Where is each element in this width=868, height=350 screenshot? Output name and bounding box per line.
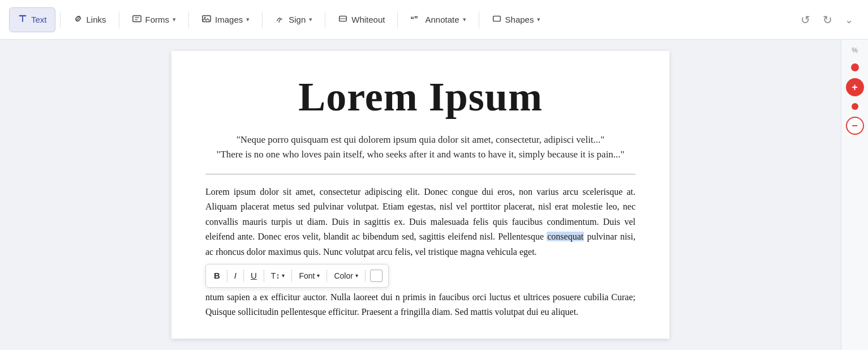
font-family-label: Font bbox=[299, 271, 315, 280]
fmt-divider-6 bbox=[365, 270, 366, 282]
document-page: Lorem Ipsum "Neque porro quisquam est qu… bbox=[171, 51, 669, 339]
zoom-label: % bbox=[852, 46, 858, 54]
images-label: Images bbox=[215, 15, 243, 24]
underline-label: U bbox=[251, 271, 257, 280]
divider-7 bbox=[479, 11, 479, 28]
format-box[interactable] bbox=[370, 270, 383, 282]
history-controls: ↺ ↻ ⌄ bbox=[795, 7, 859, 32]
shapes-chevron: ▾ bbox=[537, 16, 540, 23]
zoom-in-icon: + bbox=[852, 82, 858, 93]
divider-3 bbox=[188, 11, 189, 28]
forms-icon bbox=[132, 14, 142, 25]
more-icon: ⌄ bbox=[845, 14, 853, 26]
forms-chevron: ▾ bbox=[173, 16, 176, 23]
sidebar-indicator-mid bbox=[852, 103, 858, 110]
color-chevron: ▾ bbox=[355, 272, 358, 279]
images-tool-button[interactable]: Images ▾ bbox=[194, 7, 257, 32]
main-toolbar: Text Links Forms ▾ bbox=[0, 0, 868, 40]
italic-label: I bbox=[234, 271, 237, 280]
divider-2 bbox=[119, 11, 119, 28]
divider-1 bbox=[60, 11, 61, 28]
sign-icon bbox=[275, 14, 285, 25]
sign-label: Sign bbox=[289, 15, 306, 24]
body-paragraph-1: Lorem ipsum dolor sit amet, consectetur … bbox=[205, 185, 635, 259]
main-area: Lorem Ipsum "Neque porro quisquam est qu… bbox=[0, 40, 868, 350]
zoom-in-button[interactable]: + bbox=[846, 78, 864, 96]
svg-rect-0 bbox=[19, 15, 27, 16]
body-text-continued: ntum sapien a ex efficitur auctor. Nulla… bbox=[205, 292, 635, 317]
document-subtitle-2: "There is no one who loves pain itself, … bbox=[205, 149, 635, 160]
whiteout-tool-button[interactable]: Whiteout bbox=[330, 7, 393, 32]
divider-6 bbox=[397, 11, 398, 28]
shapes-label: Shapes bbox=[505, 15, 534, 24]
zoom-out-icon: − bbox=[852, 120, 858, 132]
images-icon bbox=[201, 14, 212, 25]
svg-rect-10 bbox=[493, 16, 500, 22]
undo-button[interactable]: ↺ bbox=[795, 7, 816, 32]
document-area: Lorem Ipsum "Neque porro quisquam est qu… bbox=[0, 40, 841, 350]
annotate-tool-button[interactable]: ❝❞ Annotate ▾ bbox=[402, 7, 474, 32]
svg-rect-1 bbox=[22, 16, 23, 22]
sign-tool-button[interactable]: Sign ▾ bbox=[267, 7, 320, 32]
bold-label: B bbox=[214, 271, 220, 280]
annotate-icon: ❝❞ bbox=[410, 14, 422, 25]
document-subtitle-1: "Neque porro quisquam est qui dolorem ip… bbox=[205, 134, 635, 146]
divider-5 bbox=[325, 11, 325, 28]
whiteout-label: Whiteout bbox=[351, 15, 385, 24]
document-title: Lorem Ipsum bbox=[205, 74, 635, 121]
font-size-dropdown[interactable]: T↕ ▾ bbox=[267, 267, 290, 285]
links-label: Links bbox=[87, 15, 106, 24]
fmt-divider-1 bbox=[227, 270, 227, 282]
text-label: Text bbox=[31, 15, 47, 24]
sidebar-indicator-top bbox=[851, 63, 859, 71]
underline-button[interactable]: U bbox=[246, 267, 261, 285]
whiteout-icon bbox=[338, 14, 348, 25]
format-toolbar: B I U T↕ ▾ bbox=[205, 264, 389, 288]
text-tool-button[interactable]: Text bbox=[9, 7, 55, 32]
highlighted-word[interactable]: consequat bbox=[547, 232, 584, 241]
fmt-divider-4 bbox=[291, 270, 292, 282]
fmt-divider-2 bbox=[243, 270, 244, 282]
undo-icon: ↺ bbox=[801, 13, 810, 27]
links-tool-button[interactable]: Links bbox=[65, 7, 114, 32]
text-icon bbox=[18, 14, 28, 25]
document-body[interactable]: Lorem ipsum dolor sit amet, consectetur … bbox=[205, 185, 635, 320]
annotate-chevron: ▾ bbox=[463, 16, 466, 23]
svg-rect-2 bbox=[132, 16, 140, 22]
forms-label: Forms bbox=[145, 15, 170, 24]
right-sidebar: % + − bbox=[841, 40, 868, 350]
divider-4 bbox=[262, 11, 263, 28]
page-divider bbox=[205, 174, 635, 174]
font-family-dropdown[interactable]: Font ▾ bbox=[294, 267, 324, 285]
font-size-chevron: ▾ bbox=[282, 272, 285, 279]
shapes-tool-button[interactable]: Shapes ▾ bbox=[484, 7, 549, 32]
svg-text:❝❞: ❝❞ bbox=[410, 15, 418, 23]
sign-chevron: ▾ bbox=[309, 16, 312, 23]
fmt-divider-5 bbox=[326, 270, 327, 282]
bold-button[interactable]: B bbox=[209, 267, 225, 285]
font-size-label: T↕ bbox=[271, 271, 280, 280]
redo-button[interactable]: ↻ bbox=[817, 7, 838, 32]
color-dropdown[interactable]: Color ▾ bbox=[329, 267, 362, 285]
color-label: Color bbox=[334, 271, 353, 280]
shapes-icon bbox=[492, 14, 502, 25]
zoom-out-button[interactable]: − bbox=[846, 117, 864, 135]
italic-button[interactable]: I bbox=[230, 267, 241, 285]
redo-icon: ↻ bbox=[823, 13, 832, 27]
more-button[interactable]: ⌄ bbox=[839, 7, 859, 32]
body-paragraph-2: ntum sapien a ex efficitur auctor. Nulla… bbox=[205, 290, 635, 320]
font-chevron: ▾ bbox=[317, 272, 320, 279]
annotate-label: Annotate bbox=[425, 15, 459, 24]
fmt-divider-3 bbox=[264, 270, 264, 282]
forms-tool-button[interactable]: Forms ▾ bbox=[124, 7, 184, 32]
links-icon bbox=[73, 14, 83, 25]
images-chevron: ▾ bbox=[246, 16, 250, 23]
